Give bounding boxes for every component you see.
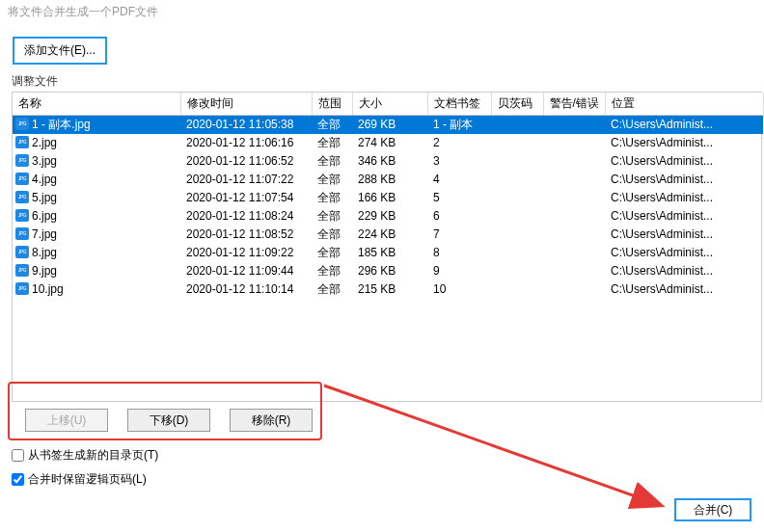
- cell-name: 5.jpg: [13, 189, 180, 207]
- cell-size: 288 KB: [352, 171, 427, 189]
- cell-bookmark: 6: [427, 207, 491, 226]
- add-file-button[interactable]: 添加文件(E)...: [14, 38, 106, 64]
- cell-size: 346 KB: [352, 152, 427, 171]
- col-name[interactable]: 名称: [13, 93, 180, 116]
- cell-name: 10.jpg: [13, 280, 180, 299]
- cell-range: 全部: [312, 207, 352, 226]
- table-row[interactable]: 3.jpg2020-01-12 11:06:52全部346 KB3C:\User…: [13, 152, 763, 171]
- col-range[interactable]: 范围: [312, 93, 352, 116]
- col-warn[interactable]: 警告/错误: [543, 93, 605, 116]
- cell-loc: C:\Users\Administ...: [605, 189, 763, 207]
- col-bookmark[interactable]: 文档书签: [427, 93, 491, 116]
- cell-loc: C:\Users\Administ...: [605, 226, 763, 244]
- cell-mtime: 2020-01-12 11:05:38: [180, 116, 312, 135]
- cell-loc: C:\Users\Administ...: [605, 152, 763, 171]
- svg-line-1: [324, 386, 660, 505]
- table-row[interactable]: 2.jpg2020-01-12 11:06:16全部274 KB2C:\User…: [13, 134, 763, 152]
- row-action-buttons: 上移(U) 下移(D) 移除(R): [25, 409, 313, 432]
- col-size[interactable]: 大小: [352, 93, 427, 116]
- cell-loc: C:\Users\Administ...: [605, 262, 763, 280]
- cell-range: 全部: [312, 171, 352, 189]
- cell-bookmark: 8: [427, 244, 491, 262]
- jpg-file-icon: [15, 191, 29, 203]
- jpg-file-icon: [15, 282, 29, 295]
- col-pages[interactable]: 贝茨码: [491, 93, 543, 116]
- cell-pages: [491, 152, 543, 171]
- cell-name: 1 - 副本.jpg: [13, 116, 180, 135]
- cell-range: 全部: [312, 134, 352, 152]
- generate-toc-input[interactable]: [12, 449, 24, 462]
- cell-pages: [491, 171, 543, 189]
- cell-range: 全部: [312, 189, 352, 207]
- cell-warn: [543, 226, 605, 244]
- merge-button[interactable]: 合并(C): [675, 499, 750, 520]
- table-row[interactable]: 1 - 副本.jpg2020-01-12 11:05:38全部269 KB1 -…: [13, 116, 763, 135]
- cell-name: 7.jpg: [13, 226, 180, 244]
- jpg-file-icon: [15, 136, 29, 148]
- cell-name: 3.jpg: [13, 152, 180, 171]
- remove-button[interactable]: 移除(R): [230, 409, 313, 432]
- cell-bookmark: 5: [427, 189, 491, 207]
- table-row[interactable]: 8.jpg2020-01-12 11:09:22全部185 KB8C:\User…: [13, 244, 763, 262]
- cell-mtime: 2020-01-12 11:06:52: [180, 152, 312, 171]
- table-row[interactable]: 10.jpg2020-01-12 11:10:14全部215 KB10C:\Us…: [13, 280, 763, 299]
- cell-pages: [491, 134, 543, 152]
- cell-loc: C:\Users\Administ...: [605, 280, 763, 299]
- cell-warn: [543, 116, 605, 135]
- cell-range: 全部: [312, 116, 352, 135]
- cell-mtime: 2020-01-12 11:10:14: [180, 280, 312, 299]
- cell-pages: [491, 280, 543, 299]
- cell-size: 224 KB: [352, 226, 427, 244]
- jpg-file-icon: [15, 246, 29, 258]
- cell-mtime: 2020-01-12 11:08:24: [180, 207, 312, 226]
- cell-loc: C:\Users\Administ...: [605, 116, 763, 135]
- window-title: 将文件合并生成一个PDF文件: [0, 0, 764, 24]
- table-empty-area: [13, 299, 761, 401]
- cell-mtime: 2020-01-12 11:06:16: [180, 134, 312, 152]
- cell-warn: [543, 152, 605, 171]
- keep-page-numbers-input[interactable]: [12, 473, 24, 486]
- cell-name: 9.jpg: [13, 262, 180, 280]
- cell-size: 274 KB: [352, 134, 427, 152]
- cell-warn: [543, 134, 605, 152]
- cell-size: 166 KB: [352, 189, 427, 207]
- move-up-button[interactable]: 上移(U): [25, 409, 108, 432]
- cell-range: 全部: [312, 244, 352, 262]
- table-row[interactable]: 4.jpg2020-01-12 11:07:22全部288 KB4C:\User…: [13, 171, 763, 189]
- cell-size: 229 KB: [352, 207, 427, 226]
- annotation-arrow: [320, 382, 687, 526]
- cell-range: 全部: [312, 280, 352, 299]
- cell-range: 全部: [312, 152, 352, 171]
- cell-name: 6.jpg: [13, 207, 180, 226]
- table-row[interactable]: 9.jpg2020-01-12 11:09:44全部296 KB9C:\User…: [13, 262, 763, 280]
- table-row[interactable]: 5.jpg2020-01-12 11:07:54全部166 KB5C:\User…: [13, 189, 763, 207]
- move-down-button[interactable]: 下移(D): [127, 409, 210, 432]
- generate-toc-checkbox[interactable]: 从书签生成新的目录页(T): [12, 447, 158, 464]
- cell-warn: [543, 280, 605, 299]
- cell-mtime: 2020-01-12 11:09:44: [180, 262, 312, 280]
- col-mtime[interactable]: 修改时间: [180, 93, 312, 116]
- cell-size: 269 KB: [352, 116, 427, 135]
- cell-loc: C:\Users\Administ...: [605, 171, 763, 189]
- cell-bookmark: 3: [427, 152, 491, 171]
- table-row[interactable]: 7.jpg2020-01-12 11:08:52全部224 KB7C:\User…: [13, 226, 763, 244]
- table-row[interactable]: 6.jpg2020-01-12 11:08:24全部229 KB6C:\User…: [13, 207, 763, 226]
- cell-warn: [543, 244, 605, 262]
- cell-warn: [543, 207, 605, 226]
- cell-mtime: 2020-01-12 11:07:22: [180, 171, 312, 189]
- cell-warn: [543, 262, 605, 280]
- cell-bookmark: 7: [427, 226, 491, 244]
- keep-page-numbers-label: 合并时保留逻辑页码(L): [28, 471, 147, 488]
- cell-size: 296 KB: [352, 262, 427, 280]
- group-label: 调整文件: [0, 73, 764, 92]
- cell-warn: [543, 189, 605, 207]
- cell-size: 215 KB: [352, 280, 427, 299]
- cell-name: 2.jpg: [13, 134, 180, 152]
- generate-toc-label: 从书签生成新的目录页(T): [28, 447, 158, 464]
- cell-pages: [491, 189, 543, 207]
- col-loc[interactable]: 位置: [605, 93, 763, 116]
- keep-page-numbers-checkbox[interactable]: 合并时保留逻辑页码(L): [12, 471, 158, 488]
- table-header: 名称 修改时间 范围 大小 文档书签 贝茨码 警告/错误 位置: [13, 93, 763, 116]
- jpg-file-icon: [15, 264, 29, 277]
- cell-bookmark: 9: [427, 262, 491, 280]
